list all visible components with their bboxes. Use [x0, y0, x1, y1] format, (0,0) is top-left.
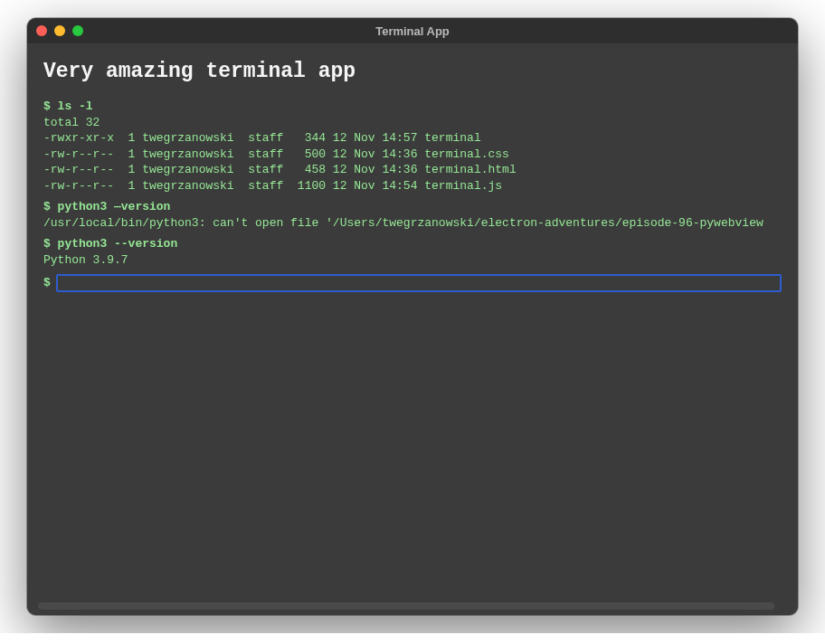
titlebar[interactable]: Terminal App	[27, 18, 798, 43]
maximize-icon[interactable]	[72, 25, 83, 36]
prompt-row: $	[43, 274, 782, 292]
output-line: /usr/local/bin/python3: can't open file …	[43, 215, 782, 232]
history-entry: $ python3 —version/usr/local/bin/python3…	[43, 199, 782, 231]
prompt-symbol: $	[43, 275, 51, 291]
command-line: $ python3 —version	[43, 199, 782, 215]
minimize-icon[interactable]	[54, 25, 65, 36]
history-entry: $ python3 --versionPython 3.9.7	[43, 236, 782, 268]
terminal-history: $ ls -ltotal 32 -rwxr-xr-x 1 twegrzanows…	[43, 99, 782, 268]
terminal-heading: Very amazing terminal app	[43, 58, 782, 86]
horizontal-scrollbar[interactable]	[38, 602, 774, 610]
command-input[interactable]	[56, 274, 782, 292]
terminal-body[interactable]: Very amazing terminal app $ ls -ltotal 3…	[27, 43, 798, 615]
traffic-lights	[36, 25, 83, 36]
output-line: total 32 -rwxr-xr-x 1 twegrzanowski staf…	[43, 115, 782, 194]
command-line: $ python3 --version	[43, 236, 782, 252]
command-line: $ ls -l	[43, 99, 782, 115]
output-line: Python 3.9.7	[43, 252, 782, 269]
history-entry: $ ls -ltotal 32 -rwxr-xr-x 1 twegrzanows…	[43, 99, 782, 194]
app-window: Terminal App Very amazing terminal app $…	[27, 18, 798, 615]
close-icon[interactable]	[36, 25, 47, 36]
window-title: Terminal App	[27, 24, 798, 38]
